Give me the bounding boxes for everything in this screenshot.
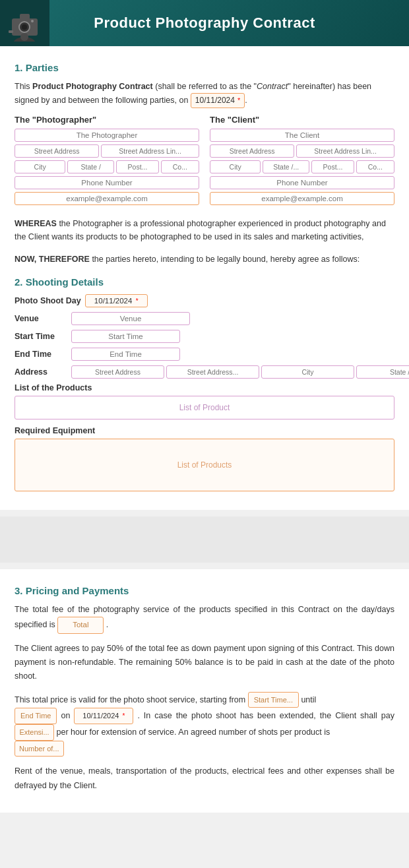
client-addr-row2: [210, 160, 394, 173]
client-postal-field[interactable]: [311, 160, 354, 173]
intro-paragraph: This Product Photography Contract (shall…: [15, 80, 394, 108]
pricing-para3: This total price is valid for the photo …: [15, 692, 394, 757]
parties-row: The "Photographer" The "Client": [15, 115, 394, 208]
photographer-city-field[interactable]: [15, 160, 65, 173]
photographer-addr-row1: [15, 144, 199, 158]
contract-date-field[interactable]: 10/11/2024 *: [191, 93, 245, 108]
required-star: *: [237, 95, 240, 107]
photographer-postal-field[interactable]: [116, 160, 159, 173]
required-equipment-box[interactable]: List of Products: [15, 439, 394, 491]
pricing-end-time-field[interactable]: End Time: [15, 708, 57, 724]
whereas-text: the Photographer is a professional photo…: [15, 219, 386, 241]
section-pricing: 3. Pricing and Payments The total fee of…: [15, 585, 394, 793]
client-city-field[interactable]: [210, 160, 261, 173]
section-parties: 1. Parties This Product Photography Cont…: [15, 62, 394, 266]
client-street2-field[interactable]: [296, 144, 394, 158]
start-time-row: Start Time: [15, 330, 394, 343]
total-field[interactable]: Total: [57, 617, 104, 634]
address-street2-field[interactable]: [166, 365, 259, 379]
address-fields: [71, 365, 409, 379]
client-street1-field[interactable]: [210, 144, 294, 158]
venue-row: Venue: [15, 312, 394, 325]
photographer-state-field[interactable]: [67, 160, 114, 173]
pricing-para1: The total fee of the photography service…: [15, 603, 394, 634]
contract-italic: Contract: [257, 82, 288, 91]
whereas-paragraph: WHEREAS the Photographer is a profession…: [15, 217, 394, 243]
section-shooting-title: 2. Shooting Details: [15, 276, 394, 288]
client-title: The "Client": [210, 115, 394, 125]
section-shooting: 2. Shooting Details Photo Shoot Day 10/1…: [15, 276, 394, 491]
section-pricing-title: 3. Pricing and Payments: [15, 585, 394, 596]
svg-point-3: [22, 24, 27, 30]
pricing-start-time-field[interactable]: Start Time...: [248, 692, 299, 708]
photo-shoot-day-row: Photo Shoot Day 10/11/2024 *: [15, 294, 394, 307]
required-equipment-section: Required Equipment List of Products: [15, 426, 394, 491]
svg-rect-1: [20, 14, 30, 20]
photographer-email-field[interactable]: [15, 192, 199, 205]
pricing-date-field[interactable]: 10/11/2024 *: [74, 708, 133, 724]
photographer-country-field[interactable]: [161, 160, 199, 173]
end-time-field[interactable]: [71, 348, 180, 361]
photographer-street2-field[interactable]: [101, 144, 199, 158]
photographer-title: The "Photographer": [15, 115, 199, 125]
address-state-field[interactable]: [356, 365, 409, 379]
main-content: 1. Parties This Product Photography Cont…: [0, 46, 409, 510]
now-therefore-bold: NOW, THEREFORE: [15, 255, 90, 264]
list-products-label: List of the Products: [15, 383, 394, 392]
start-time-label: Start Time: [15, 332, 67, 341]
end-time-label: End Time: [15, 350, 67, 359]
client-name-field[interactable]: [210, 129, 394, 142]
address-city-field[interactable]: [261, 365, 354, 379]
pricing-para4: Rent of the venue, meals, transportation…: [15, 764, 394, 793]
photographer-addr-row2: [15, 160, 199, 173]
svg-rect-5: [9, 30, 13, 33]
address-row: Address: [15, 365, 394, 379]
section-parties-title: 1. Parties: [15, 62, 394, 73]
required-star-pricing: *: [122, 712, 125, 720]
camera-icon: [7, 5, 43, 42]
photographer-street1-field[interactable]: [15, 144, 99, 158]
svg-point-4: [31, 20, 34, 22]
page-break: [0, 516, 409, 563]
list-products-box[interactable]: List of Product: [15, 396, 394, 419]
now-therefore-paragraph: NOW, THEREFORE the parties hereto, inten…: [15, 253, 394, 266]
number-of-shots-field[interactable]: Number of...: [15, 741, 64, 757]
client-addr-row1: [210, 144, 394, 158]
venue-label: Venue: [15, 314, 67, 323]
client-phone-field[interactable]: [210, 176, 394, 189]
pricing-para2: The Client agrees to pay 50% of the tota…: [15, 642, 394, 684]
page-header: Product Photography Contract: [0, 0, 409, 46]
address-street1-field[interactable]: [71, 365, 164, 379]
client-column: The "Client": [210, 115, 394, 208]
address-label: Address: [15, 367, 67, 377]
client-state-field[interactable]: [263, 160, 309, 173]
photographer-name-field[interactable]: [15, 129, 199, 142]
contract-date-value: 10/11/2024: [195, 94, 235, 107]
header-photo: [0, 0, 49, 46]
venue-field[interactable]: [71, 312, 190, 325]
page-title: Product Photography Contract: [7, 15, 402, 32]
second-page-content: 3. Pricing and Payments The total fee of…: [0, 569, 409, 813]
svg-point-7: [20, 33, 28, 41]
pricing-until-text: until: [301, 695, 316, 704]
required-equipment-label: Required Equipment: [15, 426, 394, 435]
whereas-bold: WHEREAS: [15, 219, 57, 228]
start-time-field[interactable]: [71, 330, 180, 343]
extension-field[interactable]: Extensi...: [15, 724, 54, 741]
pricing-on-text: on: [61, 711, 74, 720]
photographer-phone-field[interactable]: [15, 176, 199, 189]
contract-bold: Product Photography Contract: [32, 82, 153, 91]
client-email-field[interactable]: [210, 192, 394, 205]
photo-shoot-day-label: Photo Shoot Day: [15, 296, 81, 305]
photographer-column: The "Photographer": [15, 115, 199, 208]
end-time-row: End Time: [15, 348, 394, 361]
list-products-section: List of the Products List of Product: [15, 383, 394, 419]
photo-shoot-day-field[interactable]: 10/11/2024 *: [85, 294, 148, 307]
now-therefore-text: the parties hereto, intending to be lega…: [90, 255, 360, 264]
client-country-field[interactable]: [356, 160, 394, 173]
required-star: *: [136, 297, 139, 305]
